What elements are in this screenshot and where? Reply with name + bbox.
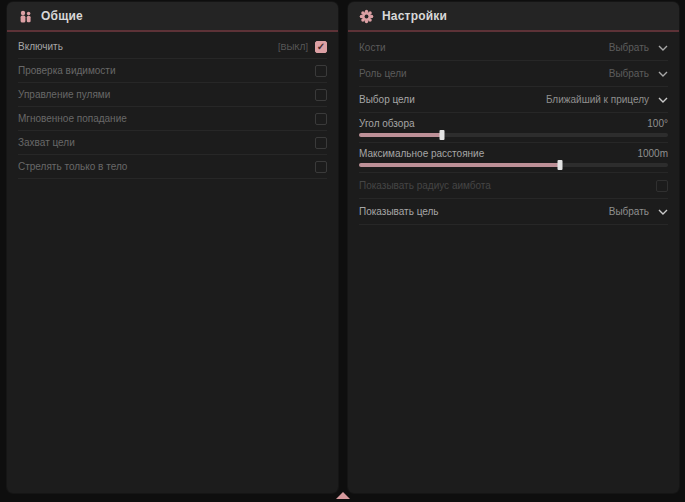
slider-thumb[interactable] bbox=[557, 160, 562, 170]
setting-label: Роль цели bbox=[359, 68, 407, 79]
setting-label: Угол обзора bbox=[359, 118, 415, 129]
checkbox[interactable] bbox=[315, 161, 327, 173]
slider-value: 100° bbox=[647, 118, 668, 129]
checkbox[interactable] bbox=[315, 137, 327, 149]
setting-row-show-target[interactable]: Показывать цель Выбрать bbox=[359, 199, 668, 225]
slider-fill bbox=[359, 163, 560, 167]
general-panel: Общие Включить [ВЫКЛ] ✓ Проверка видимос… bbox=[7, 2, 338, 493]
setting-row-target-role[interactable]: Роль цели Выбрать bbox=[359, 61, 668, 87]
setting-label: Показывать цель bbox=[359, 206, 439, 217]
setting-label: Показывать радиус аимбота bbox=[359, 180, 491, 191]
setting-row-bones[interactable]: Кости Выбрать bbox=[359, 35, 668, 61]
checkbox-checked[interactable]: ✓ bbox=[315, 41, 327, 53]
chevron-down-icon bbox=[658, 71, 668, 77]
show-target-dropdown[interactable]: Выбрать bbox=[609, 206, 668, 217]
setting-row-instant-hit[interactable]: Мгновенное попадание bbox=[18, 107, 327, 131]
bones-dropdown[interactable]: Выбрать bbox=[609, 42, 668, 53]
setting-label: Включить bbox=[18, 41, 63, 52]
setting-label: Мгновенное попадание bbox=[18, 113, 127, 124]
setting-row-show-aimbot-radius[interactable]: Показывать радиус аимбота bbox=[359, 173, 668, 199]
settings-panel: Настройки Кости Выбрать Роль цели Выбрат… bbox=[348, 2, 679, 493]
setting-label: Кости bbox=[359, 42, 386, 53]
panel-title: Настройки bbox=[382, 9, 447, 23]
gear-icon bbox=[359, 9, 374, 24]
dropdown-value: Выбрать bbox=[609, 68, 649, 79]
setting-row-fov: Угол обзора 100° bbox=[359, 113, 668, 143]
slider-fill bbox=[359, 133, 442, 137]
users-icon bbox=[18, 9, 33, 24]
max-distance-slider[interactable] bbox=[359, 163, 668, 167]
dropdown-value: Выбрать bbox=[609, 42, 649, 53]
aimbot-menu: Общие Включить [ВЫКЛ] ✓ Проверка видимос… bbox=[0, 0, 685, 502]
scroll-up-arrow-icon[interactable] bbox=[336, 492, 350, 499]
chevron-down-icon bbox=[658, 209, 668, 215]
dropdown-value: Ближайший к прицелу bbox=[546, 94, 649, 105]
slider-value: 1000m bbox=[637, 148, 668, 159]
setting-row-target-selection[interactable]: Выбор цели Ближайший к прицелу bbox=[359, 87, 668, 113]
general-rows: Включить [ВЫКЛ] ✓ Проверка видимости Упр… bbox=[7, 32, 338, 179]
setting-label: Проверка видимости bbox=[18, 65, 116, 76]
target-selection-dropdown[interactable]: Ближайший к прицелу bbox=[546, 94, 668, 105]
setting-row-body-only[interactable]: Стрелять только в тело bbox=[18, 155, 327, 179]
chevron-down-icon bbox=[658, 97, 668, 103]
checkbox[interactable] bbox=[315, 113, 327, 125]
checkbox[interactable] bbox=[315, 65, 327, 77]
setting-row-bullet-control[interactable]: Управление пулями bbox=[18, 83, 327, 107]
setting-row-enable[interactable]: Включить [ВЫКЛ] ✓ bbox=[18, 35, 327, 59]
setting-row-visibility-check[interactable]: Проверка видимости bbox=[18, 59, 327, 83]
fov-slider[interactable] bbox=[359, 133, 668, 137]
panel-title: Общие bbox=[41, 9, 83, 23]
chevron-down-icon bbox=[658, 45, 668, 51]
target-role-dropdown[interactable]: Выбрать bbox=[609, 68, 668, 79]
setting-label: Захват цели bbox=[18, 137, 75, 148]
checkbox[interactable] bbox=[315, 89, 327, 101]
hotkey-hint: [ВЫКЛ] bbox=[278, 42, 308, 52]
setting-label: Максимальное расстояние bbox=[359, 148, 484, 159]
checkbox[interactable] bbox=[656, 180, 668, 192]
settings-rows: Кости Выбрать Роль цели Выбрать bbox=[348, 32, 679, 225]
settings-panel-header: Настройки bbox=[348, 2, 679, 32]
setting-label: Выбор цели bbox=[359, 94, 415, 105]
setting-row-target-lock[interactable]: Захват цели bbox=[18, 131, 327, 155]
general-panel-header: Общие bbox=[7, 2, 338, 32]
slider-thumb[interactable] bbox=[440, 130, 445, 140]
setting-label: Стрелять только в тело bbox=[18, 161, 127, 172]
setting-label: Управление пулями bbox=[18, 89, 110, 100]
setting-row-max-distance: Максимальное расстояние 1000m bbox=[359, 143, 668, 173]
dropdown-value: Выбрать bbox=[609, 206, 649, 217]
